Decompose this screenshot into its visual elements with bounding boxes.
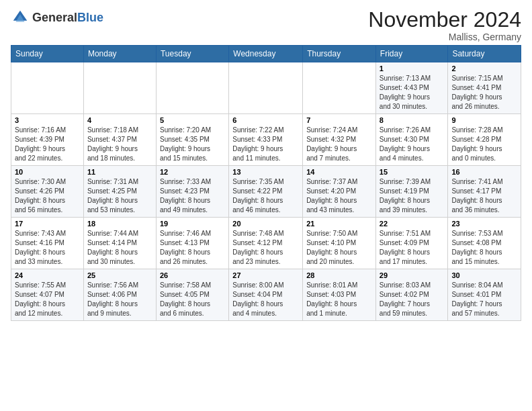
table-row: 12Sunrise: 7:33 AMSunset: 4:23 PMDayligh… bbox=[156, 166, 228, 218]
day-number: 11 bbox=[87, 168, 152, 176]
day-info: Sunrise: 7:13 AMSunset: 4:43 PMDaylight:… bbox=[380, 74, 445, 111]
logo-general-text: General bbox=[32, 11, 77, 24]
calendar: Sunday Monday Tuesday Wednesday Thursday… bbox=[11, 45, 521, 321]
table-row: 27Sunrise: 8:00 AMSunset: 4:04 PMDayligh… bbox=[229, 269, 303, 321]
day-info: Sunrise: 7:55 AMSunset: 4:07 PMDaylight:… bbox=[15, 281, 80, 318]
table-row: 26Sunrise: 7:58 AMSunset: 4:05 PMDayligh… bbox=[156, 269, 228, 321]
table-row: 3Sunrise: 7:16 AMSunset: 4:39 PMDaylight… bbox=[11, 114, 84, 166]
day-number: 19 bbox=[160, 220, 225, 228]
day-number: 2 bbox=[451, 64, 517, 73]
table-row bbox=[229, 62, 303, 114]
day-number: 18 bbox=[87, 220, 152, 228]
day-number: 6 bbox=[232, 116, 299, 124]
table-row: 25Sunrise: 7:56 AMSunset: 4:06 PMDayligh… bbox=[83, 269, 156, 321]
table-row: 20Sunrise: 7:48 AMSunset: 4:12 PMDayligh… bbox=[229, 218, 303, 269]
table-row: 8Sunrise: 7:26 AMSunset: 4:30 PMDaylight… bbox=[375, 114, 448, 166]
day-number: 17 bbox=[15, 220, 80, 228]
day-info: Sunrise: 7:15 AMSunset: 4:41 PMDaylight:… bbox=[451, 74, 517, 111]
logo-blue-text: Blue bbox=[77, 11, 103, 24]
day-info: Sunrise: 7:50 AMSunset: 4:10 PMDaylight:… bbox=[306, 229, 372, 267]
day-number: 4 bbox=[87, 116, 152, 124]
table-row: 10Sunrise: 7:30 AMSunset: 4:26 PMDayligh… bbox=[11, 166, 84, 218]
day-info: Sunrise: 7:46 AMSunset: 4:13 PMDaylight:… bbox=[160, 229, 225, 267]
day-info: Sunrise: 7:33 AMSunset: 4:23 PMDaylight:… bbox=[160, 177, 225, 215]
table-row: 16Sunrise: 7:41 AMSunset: 4:17 PMDayligh… bbox=[448, 166, 521, 218]
table-row bbox=[156, 62, 228, 114]
table-row: 2Sunrise: 7:15 AMSunset: 4:41 PMDaylight… bbox=[448, 62, 521, 114]
calendar-week-row: 3Sunrise: 7:16 AMSunset: 4:39 PMDaylight… bbox=[11, 114, 521, 166]
table-row: 9Sunrise: 7:28 AMSunset: 4:28 PMDaylight… bbox=[448, 114, 521, 166]
table-row bbox=[303, 62, 376, 114]
day-number: 28 bbox=[306, 271, 372, 279]
day-info: Sunrise: 8:00 AMSunset: 4:04 PMDaylight:… bbox=[232, 281, 299, 318]
calendar-week-row: 17Sunrise: 7:43 AMSunset: 4:16 PMDayligh… bbox=[11, 218, 521, 269]
table-row: 1Sunrise: 7:13 AMSunset: 4:43 PMDaylight… bbox=[375, 62, 448, 114]
day-info: Sunrise: 7:48 AMSunset: 4:12 PMDaylight:… bbox=[232, 229, 299, 267]
day-info: Sunrise: 7:44 AMSunset: 4:14 PMDaylight:… bbox=[87, 229, 152, 267]
col-wednesday: Wednesday bbox=[229, 46, 303, 62]
day-number: 13 bbox=[232, 168, 299, 176]
day-info: Sunrise: 7:24 AMSunset: 4:32 PMDaylight:… bbox=[306, 126, 372, 163]
header: GeneralBlue November 2024 Malliss, Germa… bbox=[11, 8, 521, 42]
day-info: Sunrise: 8:01 AMSunset: 4:03 PMDaylight:… bbox=[306, 281, 372, 318]
page-container: GeneralBlue November 2024 Malliss, Germa… bbox=[0, 0, 532, 326]
logo-icon bbox=[11, 8, 30, 27]
day-number: 30 bbox=[451, 271, 517, 279]
day-info: Sunrise: 7:16 AMSunset: 4:39 PMDaylight:… bbox=[15, 126, 80, 163]
day-number: 12 bbox=[160, 168, 225, 176]
day-number: 25 bbox=[87, 271, 152, 279]
table-row: 11Sunrise: 7:31 AMSunset: 4:25 PMDayligh… bbox=[83, 166, 156, 218]
table-row: 13Sunrise: 7:35 AMSunset: 4:22 PMDayligh… bbox=[229, 166, 303, 218]
day-info: Sunrise: 7:20 AMSunset: 4:35 PMDaylight:… bbox=[160, 126, 225, 163]
day-number: 16 bbox=[451, 168, 517, 176]
day-number: 23 bbox=[451, 220, 517, 228]
day-number: 14 bbox=[306, 168, 372, 176]
day-number: 24 bbox=[15, 271, 80, 279]
table-row: 6Sunrise: 7:22 AMSunset: 4:33 PMDaylight… bbox=[229, 114, 303, 166]
table-row: 19Sunrise: 7:46 AMSunset: 4:13 PMDayligh… bbox=[156, 218, 228, 269]
table-row bbox=[83, 62, 156, 114]
table-row: 4Sunrise: 7:18 AMSunset: 4:37 PMDaylight… bbox=[83, 114, 156, 166]
day-info: Sunrise: 7:22 AMSunset: 4:33 PMDaylight:… bbox=[232, 126, 299, 163]
day-number: 10 bbox=[15, 168, 80, 176]
col-tuesday: Tuesday bbox=[156, 46, 228, 62]
month-title: November 2024 bbox=[368, 8, 521, 32]
table-row: 15Sunrise: 7:39 AMSunset: 4:19 PMDayligh… bbox=[375, 166, 448, 218]
day-number: 15 bbox=[380, 168, 445, 176]
table-row: 28Sunrise: 8:01 AMSunset: 4:03 PMDayligh… bbox=[303, 269, 376, 321]
day-number: 29 bbox=[380, 271, 445, 279]
col-sunday: Sunday bbox=[11, 46, 84, 62]
table-row: 30Sunrise: 8:04 AMSunset: 4:01 PMDayligh… bbox=[448, 269, 521, 321]
day-info: Sunrise: 7:51 AMSunset: 4:09 PMDaylight:… bbox=[380, 229, 445, 267]
col-friday: Friday bbox=[375, 46, 448, 62]
table-row: 22Sunrise: 7:51 AMSunset: 4:09 PMDayligh… bbox=[375, 218, 448, 269]
day-number: 8 bbox=[380, 116, 445, 124]
table-row: 23Sunrise: 7:53 AMSunset: 4:08 PMDayligh… bbox=[448, 218, 521, 269]
day-info: Sunrise: 7:39 AMSunset: 4:19 PMDaylight:… bbox=[380, 177, 445, 215]
table-row: 24Sunrise: 7:55 AMSunset: 4:07 PMDayligh… bbox=[11, 269, 84, 321]
table-row: 5Sunrise: 7:20 AMSunset: 4:35 PMDaylight… bbox=[156, 114, 228, 166]
day-info: Sunrise: 7:31 AMSunset: 4:25 PMDaylight:… bbox=[87, 177, 152, 215]
calendar-week-row: 1Sunrise: 7:13 AMSunset: 4:43 PMDaylight… bbox=[11, 62, 521, 114]
table-row: 21Sunrise: 7:50 AMSunset: 4:10 PMDayligh… bbox=[303, 218, 376, 269]
day-info: Sunrise: 8:04 AMSunset: 4:01 PMDaylight:… bbox=[451, 281, 517, 318]
day-info: Sunrise: 7:43 AMSunset: 4:16 PMDaylight:… bbox=[15, 229, 80, 267]
day-number: 20 bbox=[232, 220, 299, 228]
day-info: Sunrise: 7:58 AMSunset: 4:05 PMDaylight:… bbox=[160, 281, 225, 318]
day-number: 21 bbox=[306, 220, 372, 228]
day-number: 3 bbox=[15, 116, 80, 124]
table-row: 14Sunrise: 7:37 AMSunset: 4:20 PMDayligh… bbox=[303, 166, 376, 218]
day-number: 9 bbox=[451, 116, 517, 124]
calendar-header-row: Sunday Monday Tuesday Wednesday Thursday… bbox=[11, 46, 521, 62]
day-number: 26 bbox=[160, 271, 225, 279]
day-info: Sunrise: 7:30 AMSunset: 4:26 PMDaylight:… bbox=[15, 177, 80, 215]
day-info: Sunrise: 7:18 AMSunset: 4:37 PMDaylight:… bbox=[87, 126, 152, 163]
calendar-week-row: 24Sunrise: 7:55 AMSunset: 4:07 PMDayligh… bbox=[11, 269, 521, 321]
table-row: 18Sunrise: 7:44 AMSunset: 4:14 PMDayligh… bbox=[83, 218, 156, 269]
table-row: 29Sunrise: 8:03 AMSunset: 4:02 PMDayligh… bbox=[375, 269, 448, 321]
day-number: 27 bbox=[232, 271, 299, 279]
day-number: 1 bbox=[380, 64, 445, 73]
day-number: 7 bbox=[306, 116, 372, 124]
location: Malliss, Germany bbox=[368, 32, 521, 42]
day-info: Sunrise: 7:56 AMSunset: 4:06 PMDaylight:… bbox=[87, 281, 152, 318]
